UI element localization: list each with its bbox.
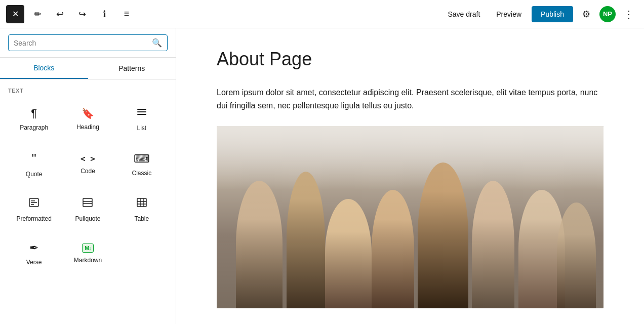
preformatted-icon bbox=[28, 197, 39, 211]
block-label-pullquote: Pullquote bbox=[75, 215, 100, 222]
redo-button[interactable]: ↪ bbox=[73, 5, 91, 23]
block-item-pullquote[interactable]: Pullquote bbox=[62, 188, 113, 231]
quote-icon: " bbox=[32, 151, 36, 167]
block-label-code: Code bbox=[80, 168, 95, 175]
search-icon: 🔍 bbox=[152, 38, 162, 48]
paragraph-icon: ¶ bbox=[31, 107, 37, 120]
block-item-classic[interactable]: ⌨ Classic bbox=[116, 142, 168, 186]
section-label-text: TEXT bbox=[8, 88, 168, 94]
main-layout: 🔍 Blocks Patterns TEXT ¶ Paragraph 🔖 Hea… bbox=[0, 28, 644, 324]
svg-rect-7 bbox=[83, 198, 92, 207]
sidebar: 🔍 Blocks Patterns TEXT ¶ Paragraph 🔖 Hea… bbox=[0, 28, 176, 324]
search-container: 🔍 bbox=[0, 28, 176, 58]
block-item-quote[interactable]: " Quote bbox=[8, 142, 60, 186]
more-options-button[interactable]: ⋮ bbox=[620, 5, 638, 23]
preview-button[interactable]: Preview bbox=[490, 6, 528, 22]
pencil-icon: ✏ bbox=[34, 9, 42, 20]
pullquote-icon bbox=[82, 197, 93, 211]
save-draft-button[interactable]: Save draft bbox=[441, 6, 486, 22]
block-label-table: Table bbox=[134, 215, 149, 222]
block-label-heading: Heading bbox=[76, 124, 99, 131]
block-grid: ¶ Paragraph 🔖 Heading List bbox=[8, 98, 168, 274]
close-icon: ✕ bbox=[12, 9, 19, 19]
block-item-verse[interactable]: ✒ Verse bbox=[8, 233, 60, 274]
close-button[interactable]: ✕ bbox=[6, 5, 24, 23]
block-label-classic: Classic bbox=[132, 170, 151, 177]
topbar-left: ✕ ✏ ↩ ↪ ℹ ≡ bbox=[6, 5, 136, 23]
block-label-quote: Quote bbox=[26, 171, 43, 178]
topbar: ✕ ✏ ↩ ↪ ℹ ≡ Save draft Preview Publish ⚙… bbox=[0, 0, 644, 28]
settings-button[interactable]: ⚙ bbox=[577, 5, 595, 23]
topbar-right: Save draft Preview Publish ⚙ NP ⋮ bbox=[441, 5, 638, 23]
content-area: About Page Lorem ipsum dolor sit amet, c… bbox=[176, 28, 644, 324]
ellipsis-icon: ⋮ bbox=[624, 8, 634, 20]
info-button[interactable]: ℹ bbox=[95, 5, 113, 23]
search-wrapper: 🔍 bbox=[8, 34, 168, 51]
classic-icon: ⌨ bbox=[134, 152, 150, 166]
avatar: NP bbox=[599, 6, 616, 22]
page-body[interactable]: Lorem ipsum dolor sit amet, consectetur … bbox=[217, 86, 603, 112]
svg-rect-9 bbox=[83, 204, 92, 205]
block-item-paragraph[interactable]: ¶ Paragraph bbox=[8, 98, 60, 140]
svg-rect-1 bbox=[137, 111, 146, 112]
tab-patterns[interactable]: Patterns bbox=[88, 58, 176, 79]
block-label-paragraph: Paragraph bbox=[20, 124, 48, 131]
block-label-list: List bbox=[137, 125, 146, 132]
block-item-list[interactable]: List bbox=[116, 98, 168, 140]
blocks-content: TEXT ¶ Paragraph 🔖 Heading bbox=[0, 79, 176, 324]
edit-button[interactable]: ✏ bbox=[28, 5, 47, 23]
block-item-markdown[interactable]: M↓ Markdown bbox=[62, 233, 113, 274]
markdown-icon: M↓ bbox=[82, 244, 94, 253]
search-input[interactable] bbox=[14, 39, 148, 47]
block-item-preformatted[interactable]: Preformatted bbox=[8, 188, 60, 231]
info-icon: ℹ bbox=[103, 9, 106, 20]
svg-rect-0 bbox=[137, 109, 146, 110]
publish-button[interactable]: Publish bbox=[532, 6, 573, 22]
gear-icon: ⚙ bbox=[582, 9, 590, 20]
svg-rect-2 bbox=[137, 114, 146, 115]
redo-icon: ↪ bbox=[78, 9, 86, 20]
svg-rect-5 bbox=[31, 202, 37, 204]
block-item-table[interactable]: Table bbox=[116, 188, 168, 231]
table-icon bbox=[136, 197, 147, 211]
undo-icon: ↩ bbox=[56, 9, 64, 20]
tabs: Blocks Patterns bbox=[0, 58, 176, 79]
svg-rect-10 bbox=[137, 198, 146, 207]
list-view-button[interactable]: ≡ bbox=[117, 5, 136, 23]
undo-button[interactable]: ↩ bbox=[51, 5, 69, 23]
svg-rect-4 bbox=[31, 200, 35, 201]
page-title[interactable]: About Page bbox=[217, 49, 603, 70]
block-label-verse: Verse bbox=[26, 259, 42, 266]
block-item-code[interactable]: < > Code bbox=[62, 142, 113, 186]
list-view-icon: ≡ bbox=[124, 9, 130, 19]
block-label-preformatted: Preformatted bbox=[16, 215, 51, 222]
svg-rect-8 bbox=[83, 201, 92, 202]
page-image bbox=[217, 126, 603, 308]
tab-blocks[interactable]: Blocks bbox=[0, 58, 88, 79]
svg-rect-6 bbox=[31, 204, 34, 205]
heading-icon: 🔖 bbox=[82, 107, 94, 119]
block-label-markdown: Markdown bbox=[74, 257, 102, 264]
verse-icon: ✒ bbox=[29, 241, 38, 255]
block-item-heading[interactable]: 🔖 Heading bbox=[62, 98, 113, 140]
list-icon bbox=[136, 106, 147, 120]
code-icon: < > bbox=[80, 154, 95, 164]
